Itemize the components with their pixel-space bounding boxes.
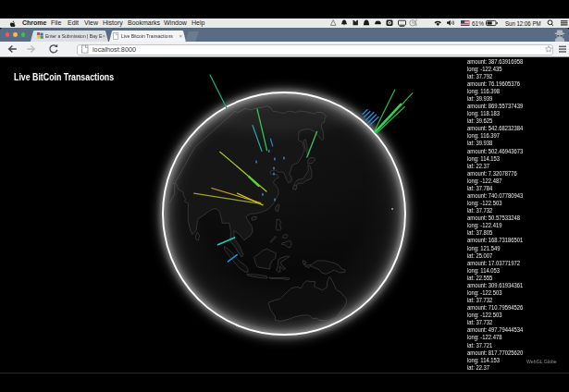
svg-text:Sun 12:06 PM: Sun 12:06 PM <box>505 20 541 27</box>
svg-text:61%: 61% <box>472 20 484 27</box>
